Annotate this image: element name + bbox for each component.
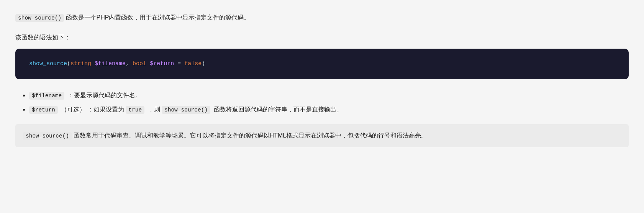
params-list: $filename ：要显示源代码的文件名。 $return （可选） ：如果设…	[15, 90, 629, 115]
param-filename: $filename ：要显示源代码的文件名。	[29, 90, 629, 101]
intro-text-body: 函数是一个PHP内置函数，用于在浏览器中显示指定文件的源代码。	[64, 14, 250, 21]
code-open-paren: (	[67, 61, 70, 67]
param-return-fn-code: show_source()	[162, 106, 210, 114]
code-close-paren: )	[202, 61, 205, 67]
outro-paragraph: show_source() 函数常用于代码审查、调试和教学等场景。它可以将指定文…	[15, 124, 629, 147]
outro-text-body: 函数常用于代码审查、调试和教学等场景。它可以将指定文件的源代码以HTML格式显示…	[72, 132, 427, 139]
code-equals: =	[174, 61, 184, 67]
param-return-true-code: true	[126, 106, 144, 114]
code-param1-type: string	[70, 61, 91, 67]
code-comma: ,	[126, 61, 133, 67]
param-return-desc-before: ：如果设置为	[87, 106, 124, 113]
intro-code-show-source: show_source()	[15, 14, 64, 22]
syntax-label: 该函数的语法如下：	[15, 34, 629, 42]
code-param1-var: $filename	[95, 61, 126, 67]
param-return-code: $return	[29, 106, 58, 114]
param-return-optional: （可选）	[61, 106, 85, 113]
outro-fn-code: show_source()	[23, 132, 72, 140]
code-param2-var: $return	[150, 61, 174, 67]
code-param2-default: false	[184, 61, 202, 67]
code-function-name: show_source	[29, 61, 67, 67]
intro-paragraph: show_source() 函数是一个PHP内置函数，用于在浏览器中显示指定文件…	[15, 12, 629, 23]
param-filename-desc: ：要显示源代码的文件名。	[68, 92, 141, 98]
param-return-desc-middle: ，则	[148, 106, 160, 113]
param-return-desc-after: 函数将返回源代码的字符串，而不是直接输出。	[214, 106, 342, 113]
code-block: show_source(string $filename, bool $retu…	[15, 49, 629, 79]
param-return: $return （可选） ：如果设置为 true ，则 show_source(…	[29, 104, 629, 115]
code-param2-type: bool	[133, 61, 146, 67]
param-filename-code: $filename	[29, 92, 64, 100]
